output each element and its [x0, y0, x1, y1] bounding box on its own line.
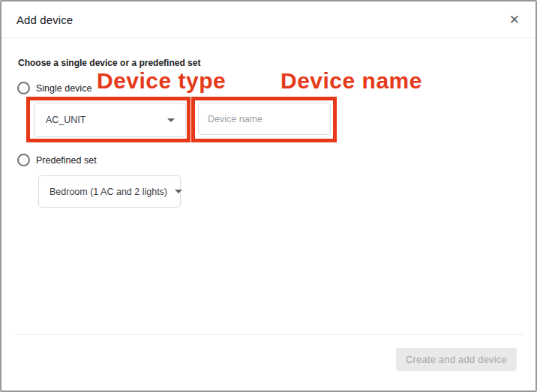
- device-name-input[interactable]: [198, 103, 331, 135]
- chevron-down-icon: [167, 118, 175, 122]
- radio-circle-icon: [17, 82, 30, 94]
- close-icon[interactable]: ✕: [508, 12, 521, 28]
- predefined-set-label: Predefined set: [36, 155, 97, 166]
- single-device-radio[interactable]: Single device: [17, 82, 92, 94]
- device-type-dropdown-value: AC_UNIT: [46, 115, 86, 125]
- single-device-label: Single device: [36, 83, 92, 94]
- dialog-header: Add device ✕: [2, 1, 536, 38]
- footer-divider: [16, 334, 524, 335]
- radio-circle-icon: [17, 154, 30, 166]
- device-type-dropdown[interactable]: AC_UNIT: [34, 103, 186, 137]
- predefined-set-dropdown[interactable]: Bedroom (1 AC and 2 lights): [38, 175, 181, 208]
- chevron-down-icon: [175, 190, 182, 193]
- dialog-title: Add device: [16, 13, 73, 26]
- create-and-add-device-button[interactable]: Create and add device: [396, 348, 517, 371]
- predefined-set-radio[interactable]: Predefined set: [17, 154, 97, 166]
- predefined-set-dropdown-value: Bedroom (1 AC and 2 lights): [50, 187, 167, 197]
- device-type-annotation: Device type: [97, 68, 226, 94]
- device-name-annotation: Device name: [280, 68, 422, 94]
- choose-device-heading: Choose a single device or a predefined s…: [18, 58, 200, 68]
- add-device-dialog: Add device ✕ Choose a single device or a…: [0, 0, 537, 392]
